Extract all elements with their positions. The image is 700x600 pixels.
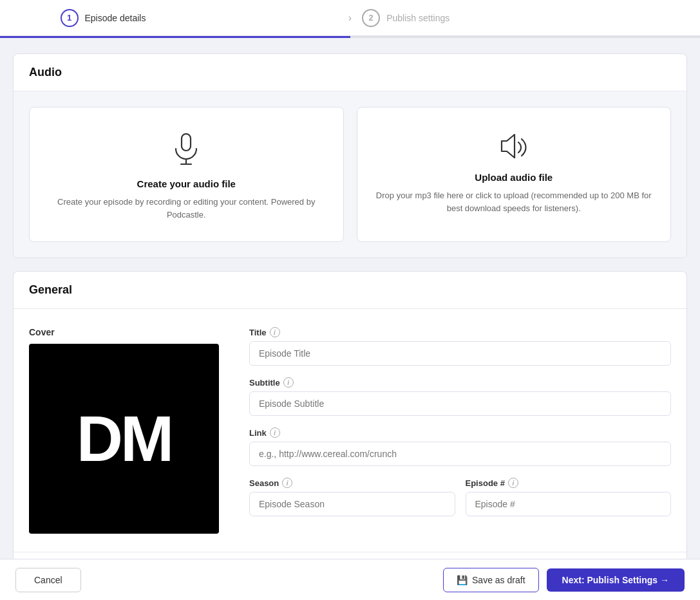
title-field-group: Title i (249, 327, 671, 366)
season-info-icon[interactable]: i (282, 478, 292, 488)
step-1-circle: 1 (61, 9, 79, 27)
wizard-step-2[interactable]: 2 Publish settings (362, 9, 639, 27)
link-label: Link i (249, 427, 671, 438)
wizard-step-1[interactable]: 1 Episode details (61, 9, 338, 27)
season-input[interactable] (249, 492, 455, 516)
create-audio-option[interactable]: Create your audio file Create your episo… (29, 107, 344, 242)
episode-num-input[interactable] (466, 492, 672, 516)
step-2-label: Publish settings (386, 13, 449, 23)
audio-options: Create your audio file Create your episo… (29, 107, 671, 242)
cover-label: Cover (29, 327, 229, 337)
link-info-icon[interactable]: i (270, 427, 280, 438)
episode-num-field-group: Episode # i (466, 478, 672, 516)
main-content: Audio Create your audio file Create (0, 38, 700, 600)
title-info-icon[interactable]: i (270, 327, 280, 337)
subtitle-label: Subtitle i (249, 377, 671, 388)
general-section-body: Cover DM Title i Subtitle i (14, 309, 686, 552)
step-1-label: Episode details (85, 13, 146, 23)
speaker-icon (499, 133, 529, 163)
footer-right: 💾 Save as draft Next: Publish Settings → (443, 568, 685, 592)
footer-bar: Cancel 💾 Save as draft Next: Publish Set… (0, 559, 700, 600)
episode-num-label: Episode # i (466, 478, 672, 488)
subtitle-info-icon[interactable]: i (283, 377, 294, 388)
season-label: Season i (249, 478, 455, 488)
cover-image[interactable]: DM (29, 344, 219, 534)
subtitle-field-group: Subtitle i (249, 377, 671, 416)
title-label: Title i (249, 327, 671, 337)
subtitle-input[interactable] (249, 391, 671, 416)
create-audio-title: Create your audio file (137, 178, 236, 189)
link-input[interactable] (249, 442, 671, 466)
save-draft-icon: 💾 (457, 575, 468, 585)
step-2-circle: 2 (362, 9, 380, 27)
season-field-group: Season i (249, 478, 455, 516)
audio-section-title: Audio (29, 66, 671, 79)
cover-column: Cover DM (29, 327, 229, 534)
fields-column: Title i Subtitle i Link (249, 327, 671, 534)
title-input[interactable] (249, 341, 671, 366)
next-button[interactable]: Next: Publish Settings → (547, 568, 685, 592)
general-section-header: General (14, 272, 686, 309)
svg-rect-0 (182, 134, 191, 151)
episode-num-info-icon[interactable]: i (508, 478, 518, 488)
save-draft-button[interactable]: 💾 Save as draft (443, 568, 539, 592)
upload-audio-option[interactable]: Upload audio file Drop your mp3 file her… (357, 107, 672, 242)
link-field-group: Link i (249, 427, 671, 466)
general-section-card: General Cover DM Title i (13, 271, 687, 586)
create-audio-desc: Create your episode by recording or edit… (45, 196, 328, 221)
season-episode-row: Season i Episode # i (249, 478, 671, 516)
audio-section-header: Audio (14, 54, 686, 91)
upload-audio-title: Upload audio file (475, 172, 553, 183)
general-section-title: General (29, 283, 671, 297)
wizard-steps: 1 Episode details › 2 Publish settings (61, 9, 640, 27)
svg-marker-3 (502, 135, 515, 158)
audio-section-body: Create your audio file Create your episo… (14, 91, 686, 258)
cancel-button[interactable]: Cancel (15, 568, 81, 592)
upload-audio-desc: Drop your mp3 file here or click to uplo… (373, 189, 656, 214)
microphone-icon (173, 133, 199, 169)
audio-section-card: Audio Create your audio file Create (13, 53, 687, 258)
wizard-header: 1 Episode details › 2 Publish settings (0, 0, 700, 36)
step-chevron: › (348, 12, 352, 24)
